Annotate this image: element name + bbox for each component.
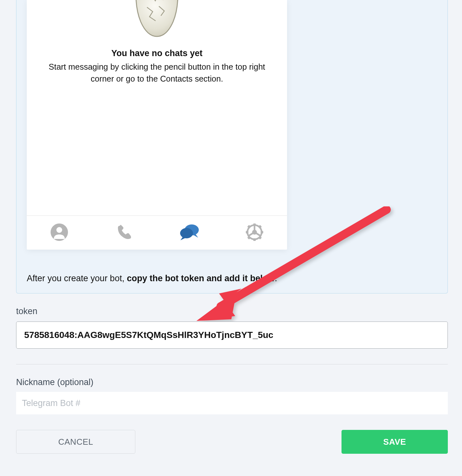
instruction-bold: copy the bot token and add it below — [127, 273, 275, 283]
phone-mockup: You have no chats yet Start messaging by… — [27, 0, 287, 250]
cracked-egg-icon — [130, 0, 184, 39]
svg-rect-10 — [253, 238, 256, 241]
svg-rect-16 — [258, 236, 262, 239]
token-input[interactable] — [16, 322, 448, 349]
svg-rect-13 — [247, 225, 251, 228]
svg-point-3 — [180, 228, 193, 238]
nickname-input[interactable] — [16, 392, 448, 414]
form-area: token Nickname (optional) CANCEL SAVE — [16, 306, 448, 454]
nickname-label: Nickname (optional) — [16, 377, 448, 387]
save-button[interactable]: SAVE — [342, 430, 448, 454]
button-row: CANCEL SAVE — [16, 430, 448, 454]
phone-tabbar — [27, 215, 287, 250]
info-panel: You have no chats yet Start messaging by… — [16, 0, 448, 293]
person-icon — [51, 223, 68, 242]
phone-body: You have no chats yet Start messaging by… — [27, 0, 287, 215]
tab-settings[interactable] — [245, 223, 264, 243]
gear-icon — [246, 223, 263, 242]
instruction-suffix: . — [275, 273, 277, 283]
svg-rect-9 — [253, 223, 256, 226]
empty-state-title: You have no chats yet — [111, 48, 202, 58]
tab-contacts[interactable] — [50, 223, 69, 243]
instruction-prefix: After you create your bot, — [27, 273, 127, 283]
svg-rect-11 — [246, 231, 248, 233]
empty-state-subtitle: Start messaging by clicking the pencil b… — [27, 61, 287, 85]
phone-icon — [116, 224, 133, 242]
svg-rect-15 — [247, 236, 251, 239]
divider — [16, 364, 448, 364]
instruction-text: After you create your bot, copy the bot … — [27, 273, 277, 283]
tab-calls[interactable] — [115, 223, 134, 243]
svg-point-1 — [56, 227, 62, 233]
token-label: token — [16, 306, 448, 316]
chat-bubbles-icon — [179, 223, 199, 242]
tab-chats[interactable] — [180, 223, 199, 243]
svg-rect-12 — [261, 231, 263, 233]
svg-rect-14 — [258, 225, 262, 228]
cancel-button[interactable]: CANCEL — [16, 430, 135, 454]
